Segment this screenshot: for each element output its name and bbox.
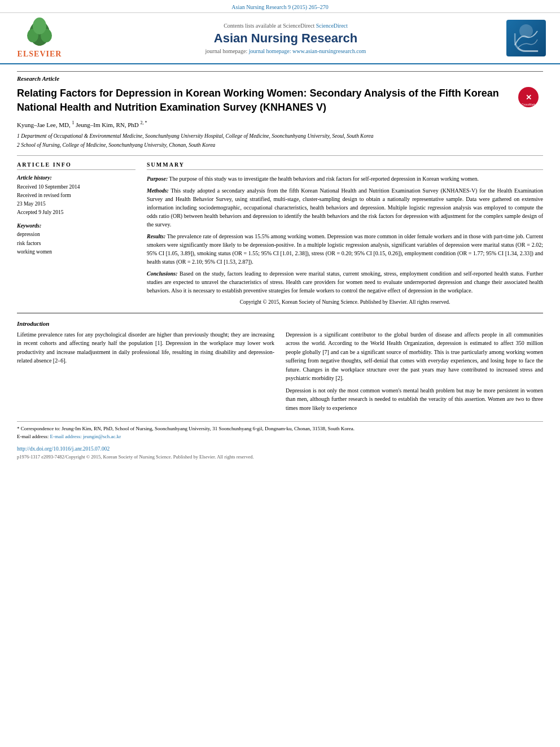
sciencedirect-link[interactable]: ScienceDirect <box>316 23 348 29</box>
intro-right-text: Depression is a significant contributor … <box>286 330 543 413</box>
footnotes: * Correspondence to: Jeung-Im Kim, RN, P… <box>17 421 543 460</box>
article-info-label: ARTICLE INFO <box>17 161 135 170</box>
correspondence-note: * Correspondence to: Jeung-Im Kim, RN, P… <box>17 425 543 433</box>
journal-logo-image <box>506 20 546 56</box>
journal-logo-icon <box>509 23 543 54</box>
doi-link[interactable]: http://dx.doi.org/10.1016/j.anr.2015.07.… <box>17 446 110 452</box>
revised-date: 23 May 2015 <box>17 200 135 208</box>
svg-text:CrossMark: CrossMark <box>522 103 536 106</box>
article-content: Research Article Relating Factors for De… <box>0 64 560 466</box>
article-title-section: Relating Factors for Depression in Korea… <box>17 86 543 115</box>
svg-text:✕: ✕ <box>526 93 532 102</box>
authors-line: Kyung–Jae Lee, MD, 1 Jeung–Im Kim, RN, P… <box>17 120 543 128</box>
introduction-section: Introduction Lifetime prevalence rates f… <box>17 320 543 416</box>
summary-copyright: Copyright © 2015, Korean Society of Nurs… <box>147 298 543 306</box>
journal-logo <box>504 20 549 56</box>
keywords-label: Keywords: <box>17 222 135 229</box>
summary-purpose: Purpose: The purpose of this study was t… <box>147 174 543 183</box>
revised-label: Received in revised form <box>17 191 135 200</box>
top-header: Asian Nursing Research 9 (2015) 265–270 <box>0 0 560 13</box>
page: Asian Nursing Research 9 (2015) 265–270 … <box>0 0 560 747</box>
summary-results: Results: The prevalence rate of depressi… <box>147 232 543 266</box>
issn-line: p1976-1317 e2093-7482/Copyright © 2015, … <box>17 454 543 460</box>
article-title: Relating Factors for Depression in Korea… <box>17 86 512 115</box>
article-info-col: ARTICLE INFO Article history: Received 1… <box>17 161 135 306</box>
intro-left-col: Lifetime prevalence rates for any psycho… <box>17 330 274 416</box>
methods-text: This study adopted a secondary analysis … <box>147 187 543 228</box>
info-summary-section: ARTICLE INFO Article history: Received 1… <box>17 161 543 306</box>
introduction-body: Lifetime prevalence rates for any psycho… <box>17 330 543 416</box>
journal-center: Contents lists available at ScienceDirec… <box>68 23 504 54</box>
introduction-heading: Introduction <box>17 320 543 327</box>
email-note: E-mail address: E-mail address: jeungin@… <box>17 433 543 441</box>
results-text: The prevalence rate of depression was 15… <box>147 233 543 265</box>
purpose-text: The purpose of this study was to investi… <box>169 176 479 182</box>
journal-title: Asian Nursing Research <box>68 31 504 46</box>
summary-text: Purpose: The purpose of this study was t… <box>147 174 543 306</box>
conclusions-label: Conclusions: <box>147 270 177 277</box>
doi-line: http://dx.doi.org/10.1016/j.anr.2015.07.… <box>17 445 543 452</box>
intro-right-col: Depression is a significant contributor … <box>286 330 543 416</box>
keyword-1: depression <box>17 230 135 239</box>
keyword-3: working women <box>17 248 135 256</box>
sciencedirect-line: Contents lists available at ScienceDirec… <box>68 23 504 29</box>
svg-point-4 <box>33 18 46 34</box>
journal-homepage: journal homepage: journal homepage: www.… <box>68 48 504 54</box>
keyword-2: risk factors <box>17 239 135 248</box>
crossmark-badge[interactable]: ✕ CrossMark <box>518 86 543 109</box>
affiliation-1: 1 Department of Occupational & Environme… <box>17 133 543 140</box>
results-label: Results: <box>147 233 165 239</box>
received-date: Received 10 September 2014 <box>17 183 135 191</box>
author-2: Jeung–Im Kim, RN, PhD 2, * <box>76 121 147 128</box>
email-link[interactable]: E-mail address: jeungin@sch.ac.kr <box>50 434 121 439</box>
crossmark-icon: ✕ CrossMark <box>518 86 539 108</box>
bottom-divider <box>17 313 543 313</box>
elsevier-tree-icon <box>23 18 56 49</box>
journal-citation[interactable]: Asian Nursing Research 9 (2015) 265–270 <box>231 4 328 10</box>
elsevier-brand-text: ELSEVIER <box>18 50 62 59</box>
journal-homepage-link[interactable]: journal homepage: www.asian-nursingresea… <box>249 48 366 54</box>
summary-conclusions: Conclusions: Based on the study, factors… <box>147 269 543 295</box>
affiliation-2: 2 School of Nursing, College of Medicine… <box>17 142 543 149</box>
section-divider <box>17 155 543 156</box>
intro-left-text: Lifetime prevalence rates for any psycho… <box>17 330 274 365</box>
accepted-date: Accepted 9 July 2015 <box>17 208 135 217</box>
journal-header: ELSEVIER Contents lists available at Sci… <box>0 13 560 64</box>
article-history-label: Article history: <box>17 174 135 181</box>
summary-methods: Methods: This study adopted a secondary … <box>147 186 543 229</box>
elsevier-logo: ELSEVIER <box>11 18 68 59</box>
author-1: Kyung–Jae Lee, MD, 1 <box>17 121 74 128</box>
methods-label: Methods: <box>147 187 169 194</box>
summary-col: SUMMARY Purpose: The purpose of this stu… <box>147 161 543 306</box>
conclusions-text: Based on the study, factors leading to d… <box>147 270 543 294</box>
purpose-label: Purpose: <box>147 176 168 182</box>
summary-label: SUMMARY <box>147 161 543 170</box>
article-type: Research Article <box>17 71 543 82</box>
svg-point-5 <box>519 24 533 38</box>
